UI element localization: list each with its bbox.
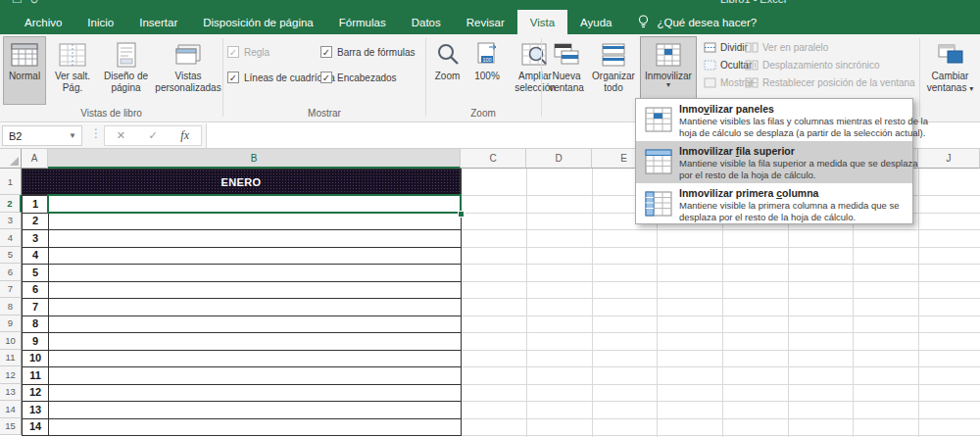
tab-revisar[interactable]: Revisar (454, 10, 517, 34)
column-header-d[interactable]: D (526, 149, 592, 169)
checkbox-regla[interactable]: ✓ Regla (227, 46, 270, 58)
tab-ayuda[interactable]: Ayuda (567, 10, 624, 34)
cell-a5[interactable]: 4 (23, 247, 48, 265)
cell-a2[interactable]: 1 (23, 195, 48, 213)
title-bar: ▭↺ Libro1 - Excel (0, 0, 980, 10)
arrange-all-button[interactable]: Organizar todo (589, 36, 638, 105)
gridline (461, 298, 980, 299)
gridline (461, 366, 980, 367)
tell-me-search[interactable]: ¿Qué desea hacer? (624, 10, 757, 34)
row-header-1[interactable]: 1 (0, 169, 22, 195)
column-header-a[interactable]: A (22, 149, 48, 169)
cell-a3[interactable]: 2 (23, 213, 48, 230)
name-box-caret-icon[interactable]: ▼ (69, 131, 76, 140)
cell-a9[interactable]: 8 (23, 316, 48, 333)
page-layout-view-button[interactable]: Diseño de página (99, 36, 153, 105)
checkbox-encabezados[interactable]: ✓ Encabezados (320, 72, 397, 83)
svg-text:100: 100 (482, 57, 491, 63)
name-box[interactable]: B2 ▼ (2, 125, 82, 146)
cell-a4[interactable]: 3 (23, 229, 48, 247)
fill-handle[interactable] (458, 211, 465, 218)
undo-icon[interactable]: ↺ (29, 0, 46, 6)
zoom-icon (435, 41, 461, 69)
column-header-b[interactable]: B (48, 149, 461, 169)
checkbox-barra-de-formulas[interactable]: ✓ Barra de fórmulas (320, 46, 415, 58)
new-window-button[interactable]: Nueva ventana (545, 36, 588, 105)
split-button[interactable]: Dividir (704, 42, 748, 53)
save-icon[interactable]: ▭ (12, 0, 29, 6)
freeze-panes-icon (655, 41, 682, 69)
row-header-5[interactable]: 5 (0, 247, 22, 265)
switch-windows-button[interactable]: Cambiar ventanas ▾ (922, 36, 978, 105)
tab-archivo[interactable]: Archivo (12, 10, 74, 34)
page-layout-view-icon (116, 41, 137, 69)
table-border (22, 229, 462, 230)
row-header-4[interactable]: 4 (0, 229, 22, 247)
row-header-10[interactable]: 10 (0, 332, 22, 350)
quick-access-toolbar[interactable]: ▭↺ (12, 0, 47, 7)
cell-a8[interactable]: 7 (23, 298, 48, 316)
tab-formulas[interactable]: Fórmulas (326, 10, 399, 34)
row-header-7[interactable]: 7 (0, 281, 22, 299)
page-break-preview-button[interactable]: Ver salt. Pág. (47, 36, 98, 105)
row-header-11[interactable]: 11 (0, 350, 22, 367)
group-separator (919, 38, 920, 117)
table-border (22, 316, 462, 316)
tab-vista[interactable]: Vista (517, 10, 567, 34)
cell-a7[interactable]: 6 (23, 281, 48, 299)
reset-window-position-button[interactable]: Restablecer posición de la ventana (745, 77, 915, 88)
dropdown-caret: ▾ (666, 82, 670, 88)
column-header-j[interactable]: J (918, 149, 980, 169)
table-border (22, 384, 462, 385)
unhide-icon (704, 77, 716, 88)
zoom-100-button[interactable]: 100 100% (467, 36, 507, 105)
view-side-by-side-button[interactable]: Ver en paralelo (745, 42, 828, 53)
tab-inicio[interactable]: Inicio (74, 10, 126, 34)
checkbox-lineas-de-cuadricula[interactable]: ✓ Líneas de cuadrícula (227, 72, 335, 83)
enter-icon[interactable]: ✓ (137, 129, 170, 142)
menu-item-freeze-top-row[interactable]: Inmovilizar fila superior Mantiene visib… (636, 141, 912, 183)
cell-a11[interactable]: 10 (23, 350, 48, 367)
menu-item-freeze-panes[interactable]: Inmovilizar paneles Mantiene visibles la… (636, 99, 912, 141)
zoom-button[interactable]: Zoom (428, 36, 466, 105)
checkbox-icon: ✓ (227, 46, 239, 58)
freeze-panes-button[interactable]: Inmovilizar ▾ (640, 36, 697, 100)
insert-function-icon[interactable]: fx (169, 128, 201, 143)
freeze-panes-menu: Inmovilizar paneles Mantiene visibles la… (635, 98, 913, 224)
tab-disposicion[interactable]: Disposición de página (190, 10, 326, 34)
cell-a15[interactable]: 14 (23, 418, 48, 436)
synchronous-scrolling-button[interactable]: Desplazamiento sincrónico (745, 60, 880, 71)
cell-a6[interactable]: 5 (23, 264, 48, 281)
cell-a12[interactable]: 11 (23, 366, 48, 384)
row-header-3[interactable]: 3 (0, 213, 22, 230)
row-header-15[interactable]: 15 (0, 418, 22, 436)
tab-insertar[interactable]: Insertar (126, 10, 190, 34)
merged-title-cell[interactable]: ENERO (22, 169, 461, 195)
normal-view-button[interactable]: Normal (3, 36, 46, 105)
hide-icon (704, 60, 716, 71)
ribbon-tab-strip: Archivo Inicio Insertar Disposición de p… (0, 10, 980, 34)
select-all-corner[interactable] (0, 149, 22, 169)
cell-a13[interactable]: 12 (23, 384, 48, 402)
column-header-c[interactable]: C (461, 149, 526, 169)
lightbulb-icon (638, 15, 649, 29)
row-header-14[interactable]: 14 (0, 401, 22, 418)
cell-a10[interactable]: 9 (23, 332, 48, 350)
custom-views-icon (174, 41, 202, 69)
custom-views-button[interactable]: Vistas personalizadas (154, 36, 222, 105)
menu-item-freeze-first-column[interactable]: Inmovilizar primera columna Mantiene vis… (636, 183, 912, 225)
switch-windows-icon (936, 41, 965, 69)
cancel-icon[interactable]: ✕ (105, 129, 137, 142)
row-header-8[interactable]: 8 (0, 298, 22, 316)
table-border (22, 401, 462, 402)
freeze-panes-option-icon (645, 107, 672, 132)
row-header-2[interactable]: 2 (0, 195, 22, 213)
row-header-12[interactable]: 12 (0, 366, 22, 384)
row-header-6[interactable]: 6 (0, 264, 22, 281)
selected-cell-b2[interactable] (47, 194, 462, 214)
row-header-9[interactable]: 9 (0, 316, 22, 333)
cell-a14[interactable]: 13 (23, 401, 48, 418)
tab-datos[interactable]: Datos (399, 10, 454, 34)
row-header-13[interactable]: 13 (0, 384, 22, 402)
formula-buttons: ✕ ✓ fx (104, 125, 202, 146)
